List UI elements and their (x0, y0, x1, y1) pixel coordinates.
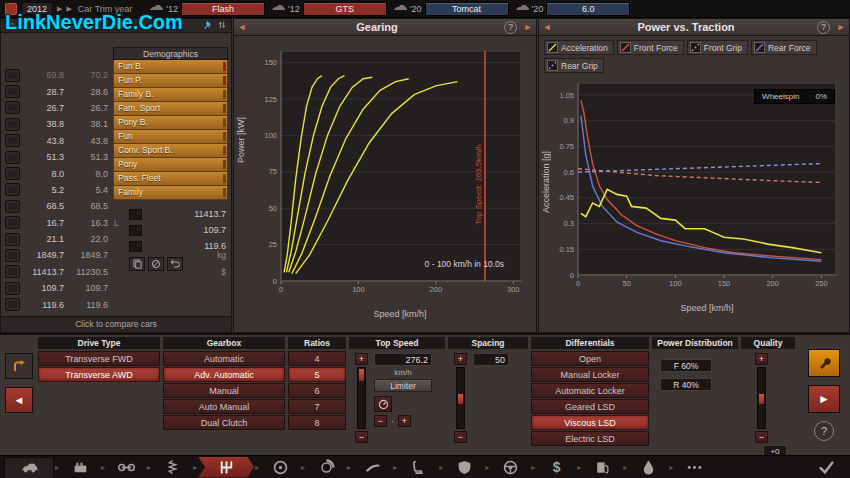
brakes-icon[interactable] (306, 457, 346, 478)
stat-value-current: 21.1 (20, 234, 64, 244)
stat-row[interactable]: 119.6119.6 (1, 296, 231, 312)
drive-type-option[interactable]: Transverse FWD (38, 351, 160, 366)
demographics-dropdown[interactable]: Demographics (113, 47, 228, 60)
spacing-increase-button[interactable]: + (454, 353, 467, 365)
stat-row[interactable]: 109.7109.7 (1, 280, 231, 296)
legend-item[interactable]: Front Force (617, 40, 684, 55)
legend-item[interactable]: Rear Force (751, 40, 817, 55)
top-speed-slider-track[interactable] (357, 367, 366, 429)
fuel-icon[interactable] (582, 457, 622, 478)
car-tab-name[interactable]: Flash (181, 2, 265, 16)
practicality-icon (5, 151, 20, 164)
quality-slider-track[interactable] (757, 367, 766, 429)
top-speed-slider-handle[interactable] (359, 369, 364, 381)
demographic-item[interactable]: Family (113, 186, 228, 200)
ratios-option[interactable]: 8 (288, 415, 346, 430)
top-speed-decrease-button[interactable]: − (355, 431, 368, 443)
car-tab-name[interactable]: Tomcat (425, 2, 509, 16)
quality-increase-button[interactable]: + (755, 353, 768, 365)
quality-decrease-button[interactable]: − (755, 431, 768, 443)
markets-icon[interactable]: $ (536, 457, 576, 478)
traction-prev-button[interactable]: ◄ (539, 19, 555, 36)
demographic-marker (223, 90, 226, 99)
suspension-icon[interactable] (152, 457, 192, 478)
differentials-option[interactable]: Viscous LSD (531, 415, 649, 430)
car-tab-name[interactable]: 6.0 (546, 2, 630, 16)
gearing-help-icon[interactable]: ? (504, 21, 517, 34)
tuning-button[interactable] (808, 349, 840, 377)
differentials-option[interactable]: Geared LSD (531, 399, 649, 414)
compare-copy-icon[interactable] (129, 257, 145, 271)
gearbox-option[interactable]: Auto Manual (163, 399, 285, 414)
demographic-item[interactable]: Fun B. (113, 60, 228, 74)
gearbox-option[interactable]: Dual Clutch (163, 415, 285, 430)
limiter-dial-icon[interactable] (374, 396, 392, 412)
traction-next-button[interactable]: ► (833, 19, 849, 36)
compare-clear-icon[interactable] (148, 257, 164, 271)
safety-icon[interactable] (444, 457, 484, 478)
limiter-button[interactable]: Limiter (374, 379, 432, 392)
traction-help-icon[interactable]: ? (817, 21, 830, 34)
gearbox-option[interactable]: Manual (163, 383, 285, 398)
engine-icon[interactable] (60, 457, 100, 478)
sort-icon[interactable] (217, 20, 227, 32)
compare-undo-icon[interactable] (167, 257, 183, 271)
confirm-icon[interactable] (806, 457, 846, 478)
drive-type-option[interactable]: Transverse AWD (38, 367, 160, 382)
differentials-option[interactable]: Automatic Locker (531, 383, 649, 398)
back-button[interactable]: ◄ (5, 387, 33, 413)
legend-checkbox[interactable] (620, 42, 631, 53)
interior-icon[interactable] (398, 457, 438, 478)
demographic-item[interactable]: Fam. Sport (113, 102, 228, 116)
demographic-item[interactable]: Conv. Sport B. (113, 144, 228, 158)
legend-item[interactable]: Acceleration (544, 40, 614, 55)
gearbox-option[interactable]: Automatic (163, 351, 285, 366)
options-icon[interactable] (674, 457, 714, 478)
ratios-option[interactable]: 4 (288, 351, 346, 366)
ratios-option[interactable]: 6 (288, 383, 346, 398)
assists-icon[interactable] (490, 457, 530, 478)
differentials-option[interactable]: Electric LSD (531, 431, 649, 446)
spacing-value[interactable]: 50 (473, 353, 509, 366)
gearbox-icon[interactable] (198, 457, 254, 478)
demographic-item[interactable]: Fun P. (113, 74, 228, 88)
spacing-slider-track[interactable] (456, 367, 465, 429)
top-speed-increase-button[interactable]: + (355, 353, 368, 365)
ratios-option[interactable]: 5 (288, 367, 346, 382)
legend-checkbox[interactable] (547, 60, 558, 71)
spacing-decrease-button[interactable]: − (454, 431, 467, 443)
compare-hint[interactable]: Click to compare cars (1, 316, 231, 332)
quality-slider-handle[interactable] (759, 394, 764, 404)
differentials-option[interactable]: Open (531, 351, 649, 366)
legend-item[interactable]: Front Grip (687, 40, 748, 55)
car-tab-name[interactable]: GTS (303, 2, 387, 16)
demographic-item[interactable]: Family B. (113, 88, 228, 102)
limiter-increase-button[interactable]: + (398, 415, 411, 427)
demographic-item[interactable]: Pony B. (113, 116, 228, 130)
demographic-item[interactable]: Pony (113, 158, 228, 172)
car-body-icon[interactable] (4, 457, 54, 478)
gearing-next-button[interactable]: ► (520, 19, 536, 36)
demographic-item[interactable]: Pass. Fleet (113, 172, 228, 186)
legend-checkbox[interactable] (754, 42, 765, 53)
paint-icon[interactable] (628, 457, 668, 478)
reset-button[interactable] (5, 353, 33, 379)
gearbox-option[interactable]: Adv. Automatic (163, 367, 285, 382)
next-button[interactable]: ► (808, 385, 840, 413)
gearing-prev-button[interactable]: ◄ (234, 19, 250, 36)
ratios-option[interactable]: 7 (288, 399, 346, 414)
wheels-icon[interactable] (260, 457, 300, 478)
help-button[interactable]: ? (814, 421, 834, 441)
drivetrain-icon[interactable] (106, 457, 146, 478)
legend-checkbox[interactable] (690, 42, 701, 53)
top-speed-value[interactable]: 276.2 (374, 353, 432, 366)
spacing-slider-handle[interactable] (458, 394, 463, 404)
aero-icon[interactable] (352, 457, 392, 478)
limiter-decrease-button[interactable]: − (374, 415, 387, 427)
svg-text:0: 0 (570, 271, 574, 280)
differentials-option[interactable]: Manual Locker (531, 367, 649, 382)
traction-chart-area: 00.150.30.450.60.750.91.0505010015020025… (539, 71, 849, 332)
legend-checkbox[interactable] (547, 42, 558, 53)
pin-icon[interactable] (203, 20, 212, 32)
demographic-item[interactable]: Fun (113, 130, 228, 144)
